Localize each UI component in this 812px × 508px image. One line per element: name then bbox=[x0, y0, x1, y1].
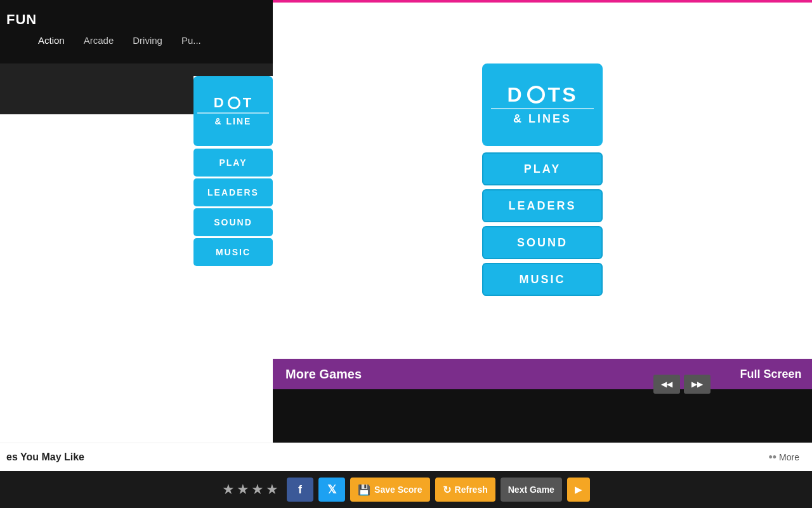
main-logo-subtitle: & LINES bbox=[491, 108, 594, 126]
main-logo-circle-icon bbox=[527, 86, 545, 104]
star-1: ★ bbox=[222, 481, 235, 498]
main-music-button[interactable]: MUSIC bbox=[482, 263, 603, 296]
main-logo-ts: TS bbox=[548, 84, 578, 105]
left-logo-circle-icon bbox=[228, 97, 240, 109]
twitter-button[interactable]: 𝕏 bbox=[318, 478, 345, 502]
left-logo-title: D T bbox=[214, 96, 252, 110]
facebook-icon: f bbox=[298, 483, 302, 497]
refresh-icon: ↻ bbox=[443, 484, 451, 496]
facebook-button[interactable]: f bbox=[287, 478, 313, 502]
more-label: More bbox=[779, 452, 799, 462]
refresh-button[interactable]: ↻ Refresh bbox=[435, 478, 495, 502]
next-game-label: Next Game bbox=[508, 485, 554, 495]
left-logo-text-dot: D bbox=[214, 96, 225, 110]
bottom-toolbar: ★ ★ ★ ★ f 𝕏 💾 Save Score ↻ Refresh Next … bbox=[0, 471, 812, 508]
games-you-like-text: es You May Like bbox=[6, 451, 84, 463]
main-logo-d: D bbox=[508, 84, 524, 105]
pink-top-stripe bbox=[273, 0, 812, 3]
left-sound-button[interactable]: SOUND bbox=[193, 208, 273, 236]
ctrl-btn-2[interactable]: ▶▶ bbox=[684, 375, 710, 394]
next-arrow-icon: ▶ bbox=[575, 485, 582, 495]
left-logo-text-ts: T bbox=[243, 96, 252, 110]
save-icon: 💾 bbox=[358, 484, 370, 496]
nav-link-arcade[interactable]: Arcade bbox=[84, 35, 114, 46]
full-screen-label: Full Screen bbox=[740, 368, 801, 381]
twitter-icon: 𝕏 bbox=[327, 483, 337, 497]
refresh-label: Refresh bbox=[455, 485, 488, 495]
main-game-logo: D TS & LINES bbox=[482, 64, 603, 146]
left-logo-subtitle: & LINE bbox=[197, 112, 269, 126]
main-play-button[interactable]: PLAY bbox=[482, 152, 603, 185]
save-score-button[interactable]: 💾 Save Score bbox=[350, 478, 430, 502]
more-games-label: More Games bbox=[285, 367, 362, 382]
left-music-button[interactable]: MUSIC bbox=[193, 238, 273, 266]
next-game-button[interactable]: Next Game bbox=[501, 478, 562, 502]
left-game-logo: D T & LINE bbox=[193, 76, 273, 146]
controls-area: ◀◀ ▶▶ bbox=[653, 375, 710, 394]
nav-link-driving[interactable]: Driving bbox=[133, 35, 162, 46]
main-sound-button[interactable]: SOUND bbox=[482, 226, 603, 259]
main-leaders-button[interactable]: LEADERS bbox=[482, 189, 603, 222]
more-dots-icon: •• bbox=[768, 451, 776, 464]
star-4: ★ bbox=[266, 481, 278, 498]
nav-links: Action Arcade Driving Pu... bbox=[38, 35, 201, 46]
left-game-panel: D T & LINE PLAY LEADERS SOUND MUSIC bbox=[193, 76, 276, 268]
left-play-button[interactable]: PLAY bbox=[193, 149, 273, 177]
nav-link-action[interactable]: Action bbox=[38, 35, 65, 46]
star-3: ★ bbox=[251, 481, 264, 498]
games-you-like-bar: es You May Like •• More bbox=[0, 443, 812, 471]
main-game-panel: D TS & LINES PLAY LEADERS SOUND MUSIC bbox=[273, 51, 812, 300]
left-leaders-button[interactable]: LEADERS bbox=[193, 178, 273, 206]
site-logo: FUN bbox=[6, 11, 37, 28]
ctrl-btn-1[interactable]: ◀◀ bbox=[653, 375, 680, 394]
save-label: Save Score bbox=[374, 485, 422, 495]
right-black-section bbox=[273, 389, 812, 446]
nav-bar: FUN Action Arcade Driving Pu... bbox=[0, 0, 273, 64]
star-rating: ★ ★ ★ ★ bbox=[222, 481, 278, 498]
next-arrow-button[interactable]: ▶ bbox=[567, 478, 590, 502]
star-2: ★ bbox=[237, 481, 249, 498]
main-logo-title: D TS bbox=[508, 84, 578, 105]
full-screen-button[interactable]: Full Screen bbox=[730, 359, 812, 389]
nav-link-more[interactable]: Pu... bbox=[181, 35, 201, 46]
more-link[interactable]: •• More bbox=[768, 451, 799, 464]
